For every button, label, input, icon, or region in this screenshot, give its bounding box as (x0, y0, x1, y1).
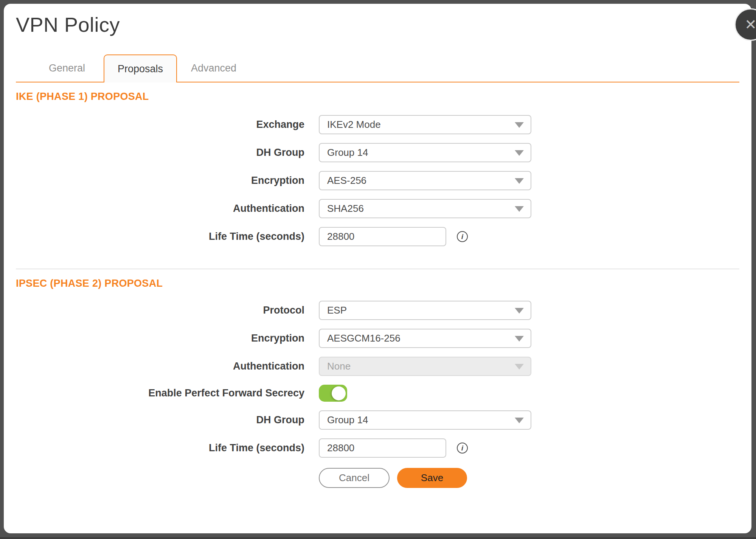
ike-encryption-label: Encryption (4, 175, 319, 186)
tab-bar: General Proposals Advanced (16, 54, 739, 82)
caret-down-icon (515, 336, 524, 342)
ike-lifetime-input[interactable] (319, 227, 446, 246)
ipsec-dh-group-row: DH Group Group 14 (4, 410, 751, 430)
cancel-button[interactable]: Cancel (319, 468, 390, 488)
ike-dh-group-select[interactable]: Group 14 (319, 143, 531, 162)
ike-lifetime-label: Life Time (seconds) (4, 231, 319, 242)
ipsec-phase2-form: Protocol ESP Encryption AESGCM16-256 Aut… (4, 301, 751, 458)
ipsec-authentication-select-disabled: None (319, 357, 531, 376)
ipsec-dh-group-value: Group 14 (327, 414, 368, 426)
ike-dh-group-row: DH Group Group 14 (4, 143, 751, 162)
caret-down-icon (515, 364, 524, 370)
info-icon-glyph: i (461, 444, 463, 452)
ipsec-lifetime-input[interactable] (319, 438, 446, 458)
ipsec-dh-group-label: DH Group (4, 414, 319, 426)
dialog-actions: Cancel Save (319, 468, 751, 488)
exchange-row: Exchange IKEv2 Mode (4, 115, 751, 134)
ipsec-encryption-value: AESGCM16-256 (327, 332, 401, 344)
caret-down-icon (515, 206, 524, 212)
ike-authentication-select[interactable]: SHA256 (319, 199, 531, 218)
ipsec-dh-group-select[interactable]: Group 14 (319, 410, 531, 430)
ike-encryption-row: Encryption AES-256 (4, 171, 751, 190)
ipsec-authentication-label: Authentication (4, 360, 319, 372)
page-title: VPN Policy (16, 13, 751, 36)
ipsec-authentication-row: Authentication None (4, 357, 751, 376)
ike-authentication-value: SHA256 (327, 203, 364, 214)
pfs-row: Enable Perfect Forward Secrecy (4, 385, 751, 402)
caret-down-icon (515, 122, 524, 128)
pfs-toggle[interactable] (319, 385, 347, 402)
ike-encryption-value: AES-256 (327, 175, 366, 186)
ipsec-lifetime-row: Life Time (seconds) i (4, 438, 751, 458)
ike-lifetime-row: Life Time (seconds) i (4, 227, 751, 246)
backdrop-bottom-edge (0, 537, 756, 539)
toggle-knob (332, 386, 346, 400)
info-icon: i (457, 231, 468, 242)
ike-phase1-form: Exchange IKEv2 Mode DH Group Group 14 En… (4, 115, 751, 246)
ike-encryption-select[interactable]: AES-256 (319, 171, 531, 190)
ike-authentication-row: Authentication SHA256 (4, 199, 751, 218)
ike-dh-group-value: Group 14 (327, 147, 368, 158)
tab-proposals[interactable]: Proposals (104, 54, 177, 82)
caret-down-icon (515, 178, 524, 184)
ipsec-lifetime-label: Life Time (seconds) (4, 442, 319, 454)
protocol-row: Protocol ESP (4, 301, 751, 320)
section-heading-ipsec-phase2: IPSEC (PHASE 2) PROPOSAL (16, 278, 751, 289)
vpn-policy-dialog: VPN Policy General Proposals Advanced IK… (4, 4, 751, 533)
ike-dh-group-label: DH Group (4, 147, 319, 158)
tab-advanced[interactable]: Advanced (177, 54, 250, 82)
protocol-select[interactable]: ESP (319, 301, 531, 320)
exchange-label: Exchange (4, 119, 319, 130)
ipsec-authentication-value: None (327, 360, 351, 372)
save-button[interactable]: Save (397, 468, 467, 488)
close-icon: ✕ (745, 17, 756, 32)
ipsec-encryption-row: Encryption AESGCM16-256 (4, 329, 751, 348)
ike-authentication-label: Authentication (4, 203, 319, 214)
section-heading-ike-phase1: IKE (PHASE 1) PROPOSAL (16, 91, 751, 103)
ipsec-encryption-label: Encryption (4, 332, 319, 344)
exchange-select[interactable]: IKEv2 Mode (319, 115, 531, 134)
caret-down-icon (515, 308, 524, 314)
caret-down-icon (515, 418, 524, 423)
info-icon-glyph: i (461, 233, 463, 241)
info-icon: i (457, 443, 468, 454)
pfs-label: Enable Perfect Forward Secrecy (4, 387, 319, 399)
protocol-value: ESP (327, 304, 347, 316)
section-divider (16, 269, 739, 269)
caret-down-icon (515, 150, 524, 156)
ipsec-encryption-select[interactable]: AESGCM16-256 (319, 329, 531, 348)
tab-general[interactable]: General (30, 54, 104, 82)
protocol-label: Protocol (4, 304, 319, 316)
exchange-value: IKEv2 Mode (327, 119, 381, 130)
